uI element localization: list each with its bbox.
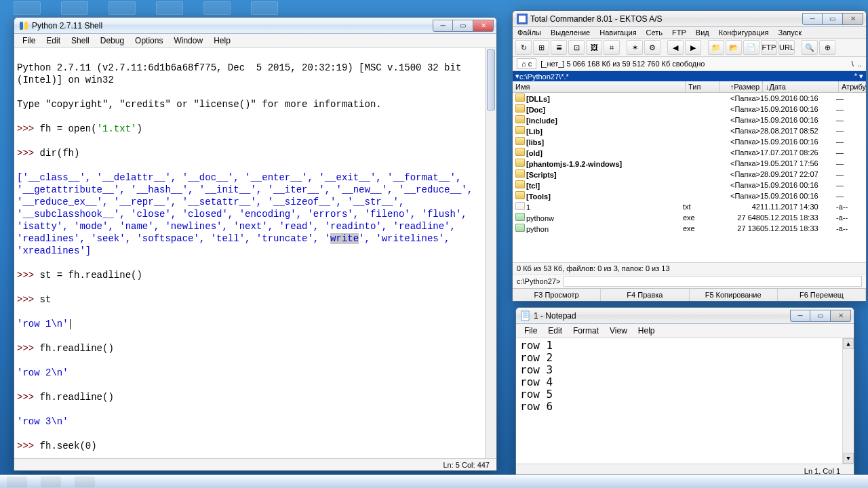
idle-title: Python 2.7.11 Shell bbox=[32, 21, 433, 30]
tc-menubar: ФайлыВыделениеНавигацияСетьFTPВидКонфигу… bbox=[513, 27, 866, 39]
folder-icon bbox=[515, 180, 525, 188]
idle-menubar: FileEditShellDebugOptionsWindowHelp bbox=[14, 34, 496, 48]
menu-item-файлы[interactable]: Файлы bbox=[513, 27, 546, 38]
exe-icon bbox=[515, 213, 525, 221]
close-button[interactable]: ✕ bbox=[831, 310, 851, 322]
toolbar-button[interactable]: ≣ bbox=[551, 40, 567, 55]
python-icon bbox=[18, 20, 29, 31]
toolbar-button[interactable]: URL bbox=[778, 40, 795, 55]
table-row[interactable]: pythonexe27 13605.12.2015 18:33-a-- bbox=[513, 223, 866, 234]
np-titlebar[interactable]: 1 - Notepad ─ ▭ ✕ bbox=[516, 308, 854, 324]
toolbar-button[interactable]: ▶ bbox=[685, 40, 701, 55]
toolbar-button[interactable]: 🖼 bbox=[586, 40, 602, 55]
menu-item-выделение[interactable]: Выделение bbox=[546, 27, 595, 38]
tc-titlebar[interactable]: Total Commander 8.01 - EKTOS A/S ─ ▭ ✕ bbox=[513, 11, 866, 27]
table-row[interactable]: [Tools]<Папка>15.09.2016 00:16— bbox=[513, 190, 866, 201]
table-row[interactable]: [tcl]<Папка>15.09.2016 00:16— bbox=[513, 180, 866, 190]
scroll-down-icon[interactable]: ▼ bbox=[843, 453, 854, 464]
desktop-icons bbox=[0, 1, 292, 15]
tc-column-headers[interactable]: Имя Тип ↑Размер ↓Дата Атрибу bbox=[513, 81, 866, 93]
menu-item-запуск[interactable]: Запуск bbox=[774, 27, 806, 38]
minimize-button[interactable]: ─ bbox=[790, 310, 810, 322]
menu-item-view[interactable]: View bbox=[604, 325, 633, 337]
menu-item-edit[interactable]: Edit bbox=[41, 35, 66, 47]
menu-item-ftp[interactable]: FTP bbox=[667, 27, 691, 38]
table-row[interactable]: 1txt4211.11.2017 14:30-a-- bbox=[513, 201, 866, 212]
idle-shell-output[interactable]: Python 2.7.11 (v2.7.11:6d1b6a68f775, Dec… bbox=[14, 48, 496, 458]
np-scrollbar[interactable]: ▲ ▼ bbox=[842, 338, 854, 464]
menu-item-debug[interactable]: Debug bbox=[95, 35, 130, 47]
fkey-button[interactable]: F6 Перемещ bbox=[778, 289, 866, 301]
toolbar-button[interactable]: ⊡ bbox=[568, 40, 585, 55]
taskbar-item[interactable] bbox=[41, 476, 61, 487]
close-button[interactable]: ✕ bbox=[843, 13, 863, 25]
close-button[interactable]: ✕ bbox=[473, 20, 494, 32]
tc-icon bbox=[517, 14, 528, 24]
taskbar-item[interactable] bbox=[75, 476, 95, 487]
tc-filelist[interactable]: [DLLs]<Папка>15.09.2016 00:16—[Doc]<Папк… bbox=[513, 93, 866, 262]
idle-titlebar[interactable]: Python 2.7.11 Shell ─ ▭ ✕ bbox=[14, 18, 496, 34]
folder-icon bbox=[515, 148, 525, 156]
menu-item-help[interactable]: Help bbox=[208, 35, 236, 47]
minimize-button[interactable]: ─ bbox=[433, 20, 453, 32]
folder-icon bbox=[515, 137, 525, 145]
table-row[interactable]: [libs]<Папка>15.09.2016 00:16— bbox=[513, 136, 866, 147]
toolbar-button[interactable]: 📂 bbox=[726, 40, 742, 55]
toolbar-button[interactable]: ⊕ bbox=[819, 40, 835, 55]
folder-icon bbox=[515, 191, 525, 199]
menu-item-вид[interactable]: Вид bbox=[691, 27, 714, 38]
toolbar-button[interactable]: 🔍 bbox=[802, 40, 818, 55]
table-row[interactable]: pythonwexe27 64805.12.2015 18:33-a-- bbox=[513, 212, 866, 223]
scroll-up-icon[interactable]: ▲ bbox=[843, 338, 854, 349]
toolbar-button[interactable]: ⊞ bbox=[533, 40, 549, 55]
menu-item-options[interactable]: Options bbox=[130, 35, 168, 47]
menu-item-help[interactable]: Help bbox=[633, 325, 660, 337]
toolbar-button[interactable]: ⚙ bbox=[644, 40, 660, 55]
table-row[interactable]: [Lib]<Папка>28.08.2017 08:52— bbox=[513, 125, 866, 136]
toolbar-button[interactable]: ⌗ bbox=[604, 40, 620, 55]
tc-cmd-input[interactable] bbox=[564, 276, 862, 287]
menu-item-сеть[interactable]: Сеть bbox=[642, 27, 667, 38]
minimize-button[interactable]: ─ bbox=[802, 13, 823, 25]
toolbar-button[interactable]: 📄 bbox=[743, 40, 760, 55]
svg-rect-0 bbox=[20, 22, 23, 30]
menu-item-конфигурация[interactable]: Конфигурация bbox=[714, 27, 774, 38]
idle-scrollbar[interactable] bbox=[485, 48, 496, 458]
maximize-button[interactable]: ▭ bbox=[810, 310, 831, 322]
total-commander-window: Total Commander 8.01 - EKTOS A/S ─ ▭ ✕ Ф… bbox=[512, 10, 867, 302]
exe-icon bbox=[515, 224, 525, 232]
fkey-button[interactable]: F5 Копирование bbox=[690, 289, 778, 301]
menu-item-навигация[interactable]: Навигация bbox=[595, 27, 641, 38]
tc-drivebar: ⌂ c [_нет_] 5 066 168 Кб из 59 512 760 К… bbox=[513, 57, 866, 71]
table-row[interactable]: [old]<Папка>17.07.2017 08:26— bbox=[513, 147, 866, 158]
svg-rect-1 bbox=[24, 22, 28, 30]
taskbar-item[interactable] bbox=[7, 476, 27, 487]
folder-icon bbox=[515, 159, 525, 167]
tc-pathbar[interactable]: ▾ c:\Python27\*.** ▾ bbox=[513, 71, 866, 81]
menu-item-file[interactable]: File bbox=[17, 35, 41, 47]
menu-item-file[interactable]: File bbox=[519, 325, 542, 337]
drive-button[interactable]: ⌂ c bbox=[517, 58, 536, 69]
np-text-area[interactable]: row 1 row 2 row 3 row 4 row 5 row 6 ▲ ▼ bbox=[516, 338, 854, 464]
menu-item-format[interactable]: Format bbox=[568, 325, 604, 337]
table-row[interactable]: [Doc]<Папка>15.09.2016 00:16— bbox=[513, 104, 866, 115]
fkey-button[interactable]: F3 Просмотр bbox=[513, 289, 601, 301]
maximize-button[interactable]: ▭ bbox=[453, 20, 473, 32]
np-menubar: FileEditFormatViewHelp bbox=[516, 324, 854, 338]
table-row[interactable]: [DLLs]<Папка>15.09.2016 00:16— bbox=[513, 93, 866, 104]
menu-item-edit[interactable]: Edit bbox=[542, 325, 568, 337]
toolbar-button[interactable]: ↻ bbox=[515, 40, 532, 55]
table-row[interactable]: [phantomjs-1.9.2-windows]<Папка>19.05.20… bbox=[513, 158, 866, 169]
toolbar-button[interactable]: ✶ bbox=[627, 40, 643, 55]
menu-item-shell[interactable]: Shell bbox=[66, 35, 95, 47]
toolbar-button[interactable]: FTP bbox=[761, 40, 777, 55]
folder-icon bbox=[515, 169, 525, 178]
taskbar[interactable] bbox=[0, 474, 868, 488]
table-row[interactable]: [Scripts]<Папка>28.09.2017 22:07— bbox=[513, 169, 866, 180]
menu-item-window[interactable]: Window bbox=[168, 35, 208, 47]
fkey-button[interactable]: F4 Правка bbox=[601, 289, 689, 301]
toolbar-button[interactable]: 📁 bbox=[708, 40, 724, 55]
maximize-button[interactable]: ▭ bbox=[823, 13, 843, 25]
table-row[interactable]: [include]<Папка>15.09.2016 00:16— bbox=[513, 115, 866, 125]
toolbar-button[interactable]: ◀ bbox=[667, 40, 684, 55]
